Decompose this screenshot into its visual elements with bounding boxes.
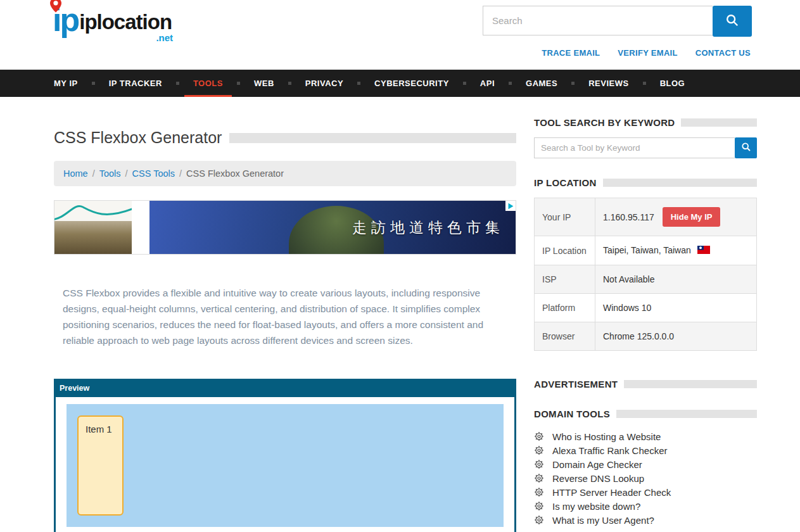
your-ip-value: 1.160.95.117 [603, 212, 654, 222]
ad-gap [132, 201, 149, 254]
ad-banner[interactable]: 走訪地道特色市集 [54, 200, 516, 255]
breadcrumb-separator: / [92, 168, 95, 179]
row-label: IP Location [535, 236, 595, 265]
domain-tool-link[interactable]: Domain Age Checker [552, 459, 642, 470]
table-row: Your IP 1.160.95.117 Hide My IP [535, 198, 757, 236]
nav-item-tools[interactable]: TOOLS [184, 70, 232, 97]
logo-text: iplocation .net [79, 11, 172, 35]
row-label: Platform [535, 294, 595, 322]
tool-search-input[interactable] [534, 137, 735, 158]
table-row: IP Location Taipei, Taiwan, Taiwan [535, 236, 757, 265]
gear-icon [534, 459, 544, 469]
site-logo[interactable]: ip iplocation .net [53, 5, 172, 35]
row-value: Windows 10 [595, 294, 757, 322]
nav-separator [643, 82, 646, 85]
ip-location-table: Your IP 1.160.95.117 Hide My IP IP Locat… [534, 198, 757, 351]
header-search [483, 6, 752, 37]
search-button[interactable] [713, 6, 752, 37]
contact-us-link[interactable]: CONTACT US [695, 48, 751, 58]
nav-separator [288, 82, 291, 85]
breadcrumb-separator: / [125, 168, 128, 179]
breadcrumb-css-tools[interactable]: CSS Tools [132, 168, 175, 179]
trace-email-link[interactable]: TRACE EMAIL [542, 48, 600, 58]
list-item: Reverse DNS Lookup [534, 471, 757, 485]
gear-icon [534, 487, 544, 497]
gear-icon [534, 445, 544, 455]
sidebar: TOOL SEARCH BY KEYWORD IP LOCATION Y [534, 97, 757, 532]
gear-icon [534, 515, 544, 525]
gear-icon [534, 473, 544, 483]
preview-panel-body: Item 1 [56, 397, 514, 532]
flexbox-preview-panel: Preview Item 1 [54, 379, 516, 532]
nav-item-privacy[interactable]: PRIVACY [296, 70, 352, 97]
page: ip iplocation .net TRACE EMAIL VERIFY EM… [0, 0, 800, 532]
ad-text: 走訪地道特色市集 [352, 218, 504, 238]
heading-decoration-bar [616, 410, 757, 418]
search-icon [725, 13, 739, 29]
breadcrumb-separator: / [179, 168, 182, 179]
hide-my-ip-button[interactable]: Hide My IP [663, 207, 721, 227]
preview-panel-header: Preview [56, 381, 514, 397]
nav-item-blog[interactable]: BLOG [651, 70, 694, 97]
ip-location-heading: IP LOCATION [534, 177, 597, 188]
header: ip iplocation .net TRACE EMAIL VERIFY EM… [0, 0, 800, 70]
domain-tool-link[interactable]: HTTP Server Header Check [552, 487, 671, 498]
gear-icon [534, 501, 544, 511]
tool-search-button[interactable] [735, 137, 757, 158]
breadcrumb-tools[interactable]: Tools [99, 168, 121, 179]
nav-item-cybersecurity[interactable]: CYBERSECURITY [365, 70, 458, 97]
nav-separator [357, 82, 360, 85]
row-label: ISP [535, 265, 595, 294]
nav-item-my-ip[interactable]: MY IP [54, 70, 87, 97]
main-column: CSS Flexbox Generator Home/Tools/CSS Too… [54, 97, 516, 532]
breadcrumb-current: CSS Flexbox Generator [186, 168, 284, 179]
nav-item-ip-tracker[interactable]: IP TRACKER [100, 70, 171, 97]
nav-item-reviews[interactable]: REVIEWS [580, 70, 637, 97]
nav-item-games[interactable]: GAMES [517, 70, 566, 97]
tool-description: CSS Flexbox provides a flexible and intu… [63, 285, 510, 348]
tool-search [534, 137, 757, 158]
list-item: Domain Age Checker [534, 457, 757, 471]
domain-tool-link[interactable]: Alexa Traffic Rank Checker [552, 445, 667, 456]
domain-tool-link[interactable]: Who is Hosting a Website [552, 431, 661, 442]
ad-right-image: 走訪地道特色市集 [149, 201, 516, 254]
row-label: Your IP [535, 198, 595, 236]
nav-separator [509, 82, 512, 85]
breadcrumb: Home/Tools/CSS Tools/CSS Flexbox Generat… [54, 161, 516, 186]
row-value: Taipei, Taiwan, Taiwan [595, 236, 757, 265]
verify-email-link[interactable]: VERIFY EMAIL [618, 48, 677, 58]
nav-separator [176, 82, 179, 85]
row-label: Browser [535, 322, 595, 351]
advertisement-heading: ADVERTISEMENT [534, 379, 618, 390]
search-icon [741, 142, 751, 154]
domain-tool-link[interactable]: What is my User Agent? [552, 515, 654, 526]
breadcrumb-home[interactable]: Home [63, 168, 88, 179]
heading-decoration-bar [624, 380, 757, 388]
logo-tld: .net [156, 33, 173, 42]
gear-icon [534, 431, 544, 441]
table-row: Browser Chrome 125.0.0.0 [535, 322, 757, 351]
domain-tools-heading: DOMAIN TOOLS [534, 408, 610, 419]
heading-decoration-bar [603, 179, 757, 187]
nav-separator [463, 82, 466, 85]
adchoices-icon[interactable] [505, 201, 516, 211]
list-item: Who is Hosting a Website [534, 429, 757, 443]
table-row: Platform Windows 10 [535, 294, 757, 322]
flex-item-preview: Item 1 [77, 415, 124, 516]
flex-container-preview: Item 1 [67, 404, 504, 527]
nav-item-web[interactable]: WEB [245, 70, 283, 97]
domain-tool-link[interactable]: Is my website down? [552, 501, 640, 512]
ip-location-value: Taipei, Taiwan, Taiwan [603, 245, 691, 255]
main-nav: MY IP IP TRACKER TOOLS WEB PRIVACY CYBER… [0, 70, 800, 97]
ad-left-image [54, 201, 132, 254]
nav-item-api[interactable]: API [471, 70, 504, 97]
page-title: CSS Flexbox Generator [54, 129, 222, 147]
nav-separator [237, 82, 240, 85]
list-item: Is my website down? [534, 499, 757, 513]
heading-decoration-bar [681, 118, 757, 127]
list-item: What is my User Agent? [534, 513, 757, 527]
domain-tools-list: Who is Hosting a Website Alexa Traffic R… [534, 429, 757, 527]
search-input[interactable] [483, 6, 713, 35]
table-row: ISP Not Available [535, 265, 757, 294]
domain-tool-link[interactable]: Reverse DNS Lookup [552, 473, 644, 484]
